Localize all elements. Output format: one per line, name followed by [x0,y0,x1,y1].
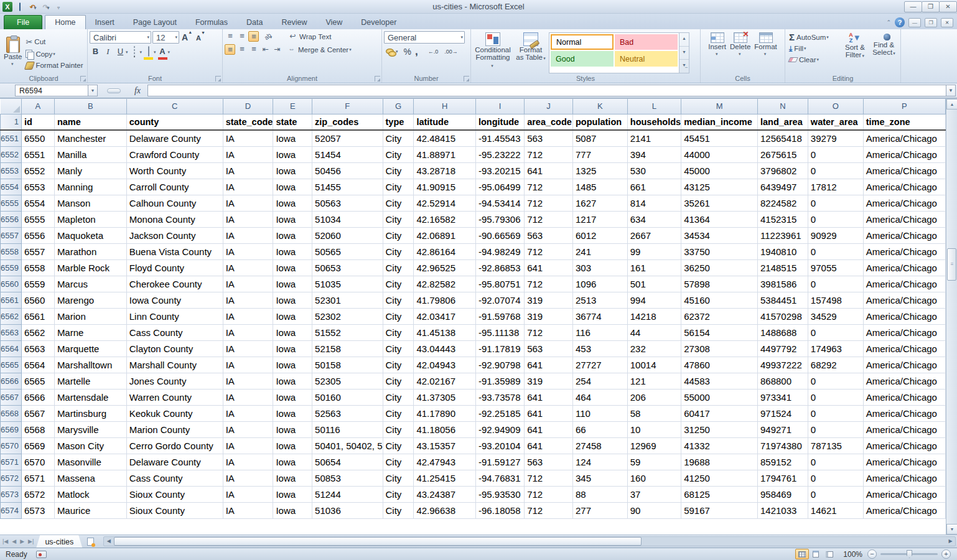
cell[interactable]: 641 [525,437,573,454]
cell[interactable]: Iowa [273,324,312,340]
workbook-restore-button[interactable]: ❐ [925,18,937,27]
cell[interactable]: Iowa [273,276,312,292]
cell[interactable]: 0 [808,276,863,292]
cell[interactable]: IA [223,292,273,308]
scroll-up-icon[interactable]: ▲ [946,99,957,110]
cell[interactable]: 6571 [21,470,54,486]
column-header-M[interactable]: M [681,99,758,114]
cell[interactable]: 49937222 [758,357,808,373]
row-header-6555[interactable]: 6555 [1,195,22,211]
cell[interactable]: 12969 [627,437,681,454]
cell[interactable]: 52305 [312,373,383,389]
cell[interactable]: 1940810 [758,243,808,259]
workbook-minimize-button[interactable]: — [908,18,921,27]
cell[interactable]: Cass County [126,470,223,486]
sheet-tab-us-cities[interactable]: us-cities [36,535,82,548]
cell[interactable]: 453 [573,340,628,357]
row-header-6570[interactable]: 6570 [1,437,22,454]
cell[interactable]: -91.35989 [475,373,524,389]
workbook-close-button[interactable]: ✕ [941,18,953,27]
cell[interactable]: 501 [627,276,681,292]
cell[interactable]: America/Chicago [863,340,945,357]
cell[interactable]: IA [223,340,273,357]
cell[interactable]: Massena [54,470,126,486]
cell[interactable]: 2141 [627,130,681,146]
cell[interactable]: 41364 [681,211,758,227]
cell[interactable]: America/Chicago [863,243,945,259]
cell[interactable]: City [383,227,414,243]
row-header-6556[interactable]: 6556 [1,211,22,227]
cell[interactable]: 58 [627,405,681,421]
cell[interactable]: -93.20104 [475,437,524,454]
cell[interactable]: IA [223,227,273,243]
comma-style-button[interactable]: , [415,49,418,55]
horizontal-scroll-thumb[interactable] [114,537,642,546]
cell[interactable]: 35261 [681,195,758,211]
column-header-E[interactable]: E [273,99,312,114]
tab-page-layout[interactable]: Page Layout [124,16,186,29]
cell[interactable]: 0 [808,146,863,162]
cell[interactable]: Marion [54,308,126,324]
row-header-6562[interactable]: 6562 [1,308,22,324]
column-header-N[interactable]: N [758,99,808,114]
style-normal[interactable]: Normal [551,34,614,50]
align-bottom-icon[interactable]: ≡ [248,31,259,42]
cell[interactable]: county [126,114,223,130]
cell[interactable]: 50160 [312,389,383,405]
autosum-button[interactable]: ΣAutoSum▾ [787,32,841,42]
row-header-6563[interactable]: 6563 [1,324,22,340]
cell[interactable]: 6555 [21,211,54,227]
cell[interactable]: City [383,437,414,454]
cell[interactable]: 50456 [312,162,383,179]
last-sheet-icon[interactable]: ▶| [28,538,34,544]
font-size-select[interactable]: 12▾ [152,31,179,44]
delete-cells-button[interactable]: ✕ Delete▾ [728,31,752,73]
cell[interactable]: 14218 [627,308,681,324]
cell[interactable]: 99 [627,243,681,259]
column-header-F[interactable]: F [312,99,383,114]
row-header-6560[interactable]: 6560 [1,276,22,292]
cell[interactable]: 59 [627,454,681,470]
cell[interactable]: City [383,276,414,292]
number-dialog-launcher-icon[interactable] [464,76,469,82]
style-bad[interactable]: Bad [615,34,678,50]
cell[interactable]: 45000 [681,162,758,179]
cell[interactable]: Marathon [54,243,126,259]
cell[interactable]: IA [223,146,273,162]
cell[interactable]: 10014 [627,357,681,373]
orientation-icon[interactable]: ab▾ [260,31,276,42]
cell[interactable]: Marysville [54,421,126,437]
cell[interactable]: America/Chicago [863,146,945,162]
cell[interactable]: 36250 [681,259,758,276]
cell[interactable]: 68125 [681,486,758,502]
cell[interactable]: 90929 [808,227,863,243]
cell[interactable]: America/Chicago [863,405,945,421]
cell[interactable]: 0 [808,324,863,340]
cell[interactable]: City [383,308,414,324]
cell[interactable]: City [383,146,414,162]
cell[interactable]: 1627 [573,195,628,211]
cell[interactable]: America/Chicago [863,437,945,454]
cell[interactable]: 303 [573,259,628,276]
cell[interactable]: 52301 [312,292,383,308]
cell[interactable]: 814 [627,195,681,211]
zoom-slider-thumb[interactable] [907,550,912,558]
normal-view-button[interactable] [795,549,809,559]
cell[interactable]: 232 [627,340,681,357]
format-as-table-button[interactable]: Format as Table ▾ [513,31,549,73]
cell[interactable]: 51035 [312,276,383,292]
cell[interactable]: America/Chicago [863,486,945,502]
cell[interactable]: Iowa [273,470,312,486]
previous-sheet-icon[interactable]: ◀ [12,538,16,544]
cell[interactable]: Masonville [54,454,126,470]
cell[interactable]: Martensdale [54,389,126,405]
cell[interactable]: -91.59768 [475,308,524,324]
row-header-6567[interactable]: 6567 [1,389,22,405]
cell[interactable]: 45160 [681,292,758,308]
cell[interactable]: IA [223,389,273,405]
close-button[interactable]: ✕ [939,1,957,12]
cell[interactable]: -93.20215 [475,162,524,179]
cell[interactable]: state_code [223,114,273,130]
cell[interactable]: 41.25415 [414,470,476,486]
column-header-H[interactable]: H [414,99,476,114]
